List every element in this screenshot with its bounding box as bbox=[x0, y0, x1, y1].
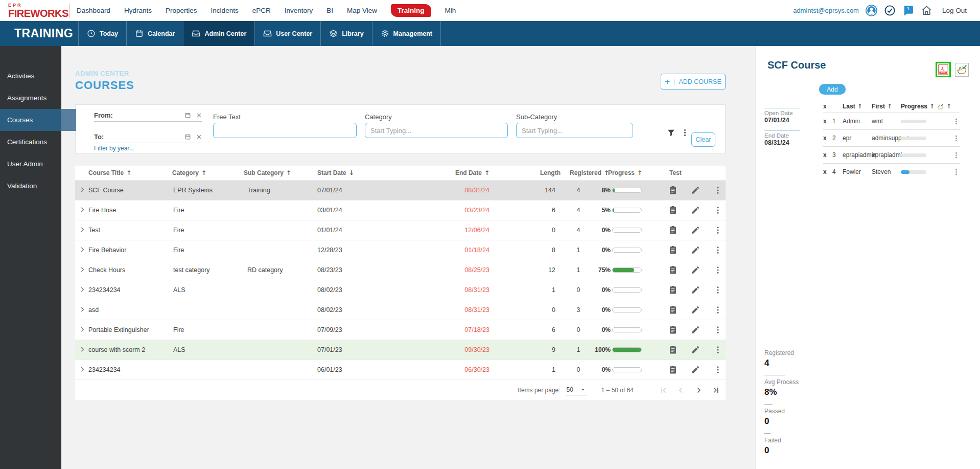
table-row[interactable]: SCF CourseEPR SystemsTraining07/01/2408/… bbox=[75, 180, 726, 200]
row-more-options-icon[interactable] bbox=[713, 206, 722, 215]
remove-member-button[interactable]: x bbox=[823, 135, 832, 142]
row-expand-chevron-icon[interactable] bbox=[79, 286, 86, 293]
member-more-options-icon[interactable] bbox=[952, 168, 960, 176]
row-expand-chevron-icon[interactable] bbox=[79, 186, 86, 193]
tab-today[interactable]: Today bbox=[78, 21, 126, 46]
logout-button[interactable]: Log Out bbox=[942, 7, 967, 14]
test-clipboard-icon[interactable] bbox=[668, 325, 678, 334]
last-page-button[interactable] bbox=[709, 384, 722, 397]
table-row[interactable]: Fire BehaviorFire12/28/2301/18/24810% bbox=[75, 240, 726, 260]
row-expand-chevron-icon[interactable] bbox=[79, 266, 86, 273]
top-nav-incidents[interactable]: Incidents bbox=[211, 7, 239, 14]
column-header-start-date[interactable]: Start Date↓ bbox=[315, 169, 371, 176]
column-header-end-date[interactable]: End Date↑ bbox=[371, 169, 499, 176]
remove-member-button[interactable]: x bbox=[823, 118, 832, 125]
tab-calendar[interactable]: Calendar bbox=[126, 21, 183, 46]
home-icon[interactable] bbox=[921, 5, 932, 16]
sidebar-item-user-admin[interactable]: User Admin bbox=[0, 153, 61, 175]
edit-pencil-icon[interactable] bbox=[691, 226, 700, 235]
edit-pencil-icon[interactable] bbox=[691, 206, 700, 215]
row-expand-chevron-icon[interactable] bbox=[79, 246, 86, 253]
tab-library[interactable]: Library bbox=[320, 21, 371, 46]
roster-column-last[interactable]: Last↑ bbox=[843, 103, 872, 110]
edit-pencil-icon[interactable] bbox=[691, 186, 700, 195]
calendar-picker-icon[interactable] bbox=[184, 133, 191, 140]
items-per-page-select[interactable]: 50 bbox=[566, 385, 587, 395]
filter-icon[interactable] bbox=[667, 128, 675, 137]
check-circle-icon[interactable] bbox=[884, 5, 896, 16]
sign-off-button[interactable] bbox=[955, 63, 969, 77]
edit-pencil-icon[interactable] bbox=[691, 365, 700, 374]
category-input[interactable] bbox=[365, 123, 508, 138]
top-nav-mih[interactable]: Mih bbox=[445, 7, 456, 14]
top-nav-bi[interactable]: BI bbox=[326, 7, 333, 14]
row-more-options-icon[interactable] bbox=[713, 365, 722, 374]
clear-date-icon[interactable] bbox=[196, 133, 202, 140]
row-expand-chevron-icon[interactable] bbox=[79, 306, 86, 313]
sidebar-item-activities[interactable]: Activities bbox=[0, 65, 61, 87]
row-more-options-icon[interactable] bbox=[713, 265, 722, 275]
row-expand-chevron-icon[interactable] bbox=[79, 326, 86, 333]
row-more-options-icon[interactable] bbox=[713, 325, 722, 334]
test-clipboard-icon[interactable] bbox=[668, 285, 678, 295]
test-clipboard-icon[interactable] bbox=[668, 365, 678, 374]
roster-row[interactable]: x1Adminwmt bbox=[823, 113, 960, 129]
table-row[interactable]: course with scorm 2ALS07/01/2309/30/2391… bbox=[75, 340, 726, 360]
tab-management[interactable]: Management bbox=[372, 21, 441, 46]
row-more-options-icon[interactable] bbox=[713, 186, 722, 195]
column-header-test[interactable]: Test bbox=[668, 169, 726, 176]
calendar-picker-icon[interactable] bbox=[184, 112, 191, 119]
row-expand-chevron-icon[interactable] bbox=[79, 226, 86, 233]
tab-user-center[interactable]: User Center bbox=[254, 21, 320, 46]
test-clipboard-icon[interactable] bbox=[668, 265, 678, 275]
top-nav-map-view[interactable]: Map View bbox=[347, 7, 377, 14]
row-more-options-icon[interactable] bbox=[713, 226, 722, 235]
column-header-category[interactable]: Category↑ bbox=[172, 169, 244, 176]
top-nav-hydrants[interactable]: Hydrants bbox=[124, 7, 152, 14]
edit-pencil-icon[interactable] bbox=[691, 305, 700, 315]
filter-by-year-link[interactable]: Filter by year... bbox=[94, 145, 134, 152]
member-more-options-icon[interactable] bbox=[952, 135, 960, 142]
column-header-progress[interactable]: Progress↑ bbox=[591, 169, 668, 176]
table-row[interactable]: 234234234ALS08/02/2308/31/23100% bbox=[75, 280, 726, 300]
chat-notification-icon[interactable]: 1 bbox=[902, 5, 914, 16]
from-date-field[interactable]: From: bbox=[94, 109, 202, 122]
edit-pencil-icon[interactable] bbox=[691, 345, 700, 354]
test-clipboard-icon[interactable] bbox=[668, 245, 678, 255]
roster-column-progress[interactable]: Progress↑↑ bbox=[901, 103, 960, 110]
test-clipboard-icon[interactable] bbox=[668, 206, 678, 215]
edit-pencil-icon[interactable] bbox=[691, 325, 700, 334]
edit-pencil-icon[interactable] bbox=[691, 245, 700, 255]
roster-row[interactable]: x4FowlerSteven bbox=[823, 163, 960, 180]
table-row[interactable]: Check Hourstest categoryRD category08/23… bbox=[75, 260, 726, 280]
user-avatar-icon[interactable] bbox=[866, 5, 877, 16]
filter-more-options-icon[interactable] bbox=[681, 128, 689, 137]
member-more-options-icon[interactable] bbox=[952, 151, 960, 159]
sidebar-item-assignments[interactable]: Assignments bbox=[0, 87, 61, 109]
clear-date-icon[interactable] bbox=[196, 112, 202, 119]
export-pdf-button[interactable]: PDF bbox=[936, 62, 951, 77]
row-more-options-icon[interactable] bbox=[713, 245, 722, 255]
remove-member-button[interactable]: x bbox=[823, 168, 832, 175]
roster-row[interactable]: x3eprapiadmineprapiadmin bbox=[823, 146, 960, 163]
roster-row[interactable]: x2epradminsupport bbox=[823, 129, 960, 146]
column-header-course-title[interactable]: Course Title↑ bbox=[88, 169, 172, 176]
top-nav-inventory[interactable]: Inventory bbox=[285, 7, 313, 14]
row-expand-chevron-icon[interactable] bbox=[79, 206, 86, 213]
sidebar-item-certifications[interactable]: Certifications bbox=[0, 131, 61, 153]
test-clipboard-icon[interactable] bbox=[668, 186, 678, 195]
next-page-button[interactable] bbox=[692, 384, 705, 397]
remove-member-button[interactable]: x bbox=[823, 151, 832, 159]
tab-admin-center[interactable]: Admin Center bbox=[183, 21, 254, 46]
column-header-sub-category[interactable]: Sub Category↑ bbox=[244, 169, 315, 176]
table-row[interactable]: Portable ExtinguisherFire07/09/2307/18/2… bbox=[75, 320, 726, 340]
row-more-options-icon[interactable] bbox=[713, 305, 722, 315]
top-nav-properties[interactable]: Properties bbox=[166, 7, 197, 14]
user-email[interactable]: admintst@eprsys.com bbox=[793, 7, 859, 14]
member-more-options-icon[interactable] bbox=[952, 118, 960, 125]
column-header-registered[interactable]: Registered↑ bbox=[570, 169, 591, 176]
top-nav-training[interactable]: Training bbox=[391, 4, 431, 17]
edit-pencil-icon[interactable] bbox=[691, 285, 700, 295]
clear-filters-button[interactable]: Clear bbox=[691, 132, 715, 147]
column-header-length[interactable]: Length bbox=[499, 169, 566, 176]
